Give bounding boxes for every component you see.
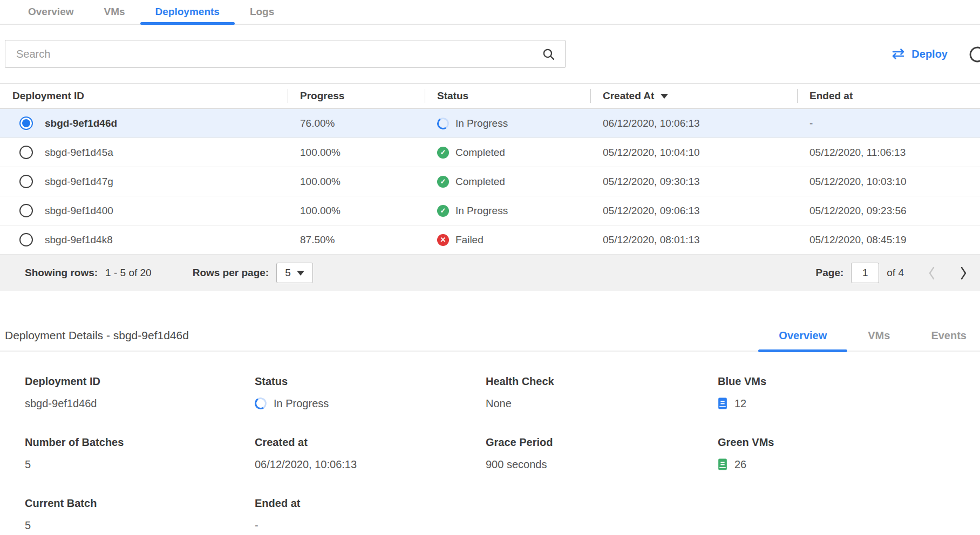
table-row[interactable]: sbgd-9ef1d47g 100.00% Completed 05/12/20… bbox=[0, 167, 980, 196]
progress-value: 100.00% bbox=[288, 147, 425, 159]
table-row[interactable]: sbgd-9ef1d46d 76.00% In Progress 06/12/2… bbox=[0, 109, 980, 138]
deploy-button[interactable]: Deploy bbox=[888, 47, 951, 61]
deployment-details-section: Deployment Details - sbgd-9ef1d46d Overv… bbox=[0, 320, 980, 532]
tab-label: Overview bbox=[28, 6, 74, 18]
tab-label: Logs bbox=[250, 6, 274, 18]
tab-label: Deployments bbox=[155, 6, 220, 18]
progress-value: 87.50% bbox=[288, 234, 425, 246]
detail-field-ended-at: Ended at - bbox=[255, 497, 486, 532]
status-text: In Progress bbox=[455, 118, 508, 129]
status-spinner-icon bbox=[436, 116, 450, 130]
ended-at-value: 05/12/2020, 09:23:56 bbox=[797, 205, 980, 217]
deployment-id: sbgd-9ef1d46d bbox=[45, 118, 117, 129]
deployment-id: sbgd-9ef1d45a bbox=[45, 147, 113, 159]
details-tab-events[interactable]: Events bbox=[910, 320, 980, 351]
deploy-swap-icon bbox=[891, 48, 906, 60]
details-header: Deployment Details - sbgd-9ef1d46d Overv… bbox=[0, 320, 980, 352]
ended-at-value: - bbox=[255, 519, 258, 532]
ended-at-value: 05/12/2020, 11:06:13 bbox=[797, 147, 980, 159]
details-tab-bar: Overview VMs Events bbox=[758, 320, 980, 351]
created-at-value: 05/12/2020, 08:01:13 bbox=[590, 234, 797, 246]
number-of-batches-value: 5 bbox=[25, 458, 31, 471]
status-check-icon bbox=[437, 205, 449, 217]
status-text: Completed bbox=[455, 176, 505, 188]
rows-per-page-label: Rows per page: bbox=[193, 267, 269, 279]
deployment-id-value: sbgd-9ef1d46d bbox=[25, 397, 97, 410]
tab-vms[interactable]: VMs bbox=[89, 0, 140, 24]
search-box bbox=[5, 40, 566, 68]
column-header-deployment-id[interactable]: Deployment ID bbox=[0, 84, 288, 108]
detail-field-number-of-batches: Number of Batches 5 bbox=[25, 436, 255, 471]
row-radio-button[interactable] bbox=[19, 146, 33, 159]
status-text: Failed bbox=[455, 234, 484, 246]
row-radio-button[interactable] bbox=[19, 204, 33, 217]
deploy-button-label: Deploy bbox=[911, 48, 948, 60]
table-row[interactable]: sbgd-9ef1d45a 100.00% Completed 05/12/20… bbox=[0, 138, 980, 167]
previous-page-button[interactable] bbox=[928, 266, 936, 280]
ended-at-value: 05/12/2020, 08:45:19 bbox=[797, 234, 980, 246]
showing-rows-label: Showing rows: bbox=[25, 267, 98, 279]
created-at-value: 06/12/2020, 10:06:13 bbox=[590, 118, 797, 129]
rows-per-page-select[interactable]: 5 bbox=[276, 263, 313, 283]
main-tab-bar: Overview VMs Deployments Logs bbox=[0, 0, 980, 25]
progress-value: 100.00% bbox=[288, 176, 425, 188]
status-check-icon bbox=[437, 176, 449, 188]
detail-field-green-vms: Green VMs 26 bbox=[718, 436, 980, 471]
created-at-value: 06/12/2020, 10:06:13 bbox=[255, 458, 357, 471]
chevron-right-icon bbox=[959, 266, 968, 280]
status-error-icon bbox=[437, 234, 449, 246]
row-radio-button[interactable] bbox=[19, 175, 33, 188]
created-at-value: 05/12/2020, 09:30:13 bbox=[590, 176, 797, 188]
column-header-created-at[interactable]: Created At bbox=[590, 84, 797, 108]
page-input[interactable] bbox=[851, 263, 879, 283]
next-page-button[interactable] bbox=[959, 266, 968, 280]
details-title: Deployment Details - sbgd-9ef1d46d bbox=[5, 329, 189, 342]
column-header-ended-at[interactable]: Ended at bbox=[797, 84, 980, 108]
blue-vms-count: 12 bbox=[734, 397, 746, 410]
status-text: In Progress bbox=[455, 205, 508, 217]
tab-deployments[interactable]: Deployments bbox=[140, 0, 235, 24]
ended-at-value: 05/12/2020, 10:03:10 bbox=[797, 176, 980, 188]
deployment-id: sbgd-9ef1d400 bbox=[45, 205, 113, 217]
created-at-value: 05/12/2020, 10:04:10 bbox=[590, 147, 797, 159]
details-tab-overview[interactable]: Overview bbox=[758, 320, 847, 351]
tab-label: VMs bbox=[104, 6, 125, 18]
tab-logs[interactable]: Logs bbox=[235, 0, 289, 24]
rows-per-page-value: 5 bbox=[285, 267, 291, 279]
created-at-value: 05/12/2020, 09:06:13 bbox=[590, 205, 797, 217]
detail-field-deployment-id: Deployment ID sbgd-9ef1d46d bbox=[25, 375, 255, 410]
column-header-progress[interactable]: Progress bbox=[288, 84, 425, 108]
pager: Page: of 4 bbox=[816, 263, 968, 283]
row-radio-button[interactable] bbox=[19, 116, 33, 130]
table-row[interactable]: sbgd-9ef1d400 100.00% In Progress 05/12/… bbox=[0, 196, 980, 225]
deployment-id: sbgd-9ef1d4k8 bbox=[45, 234, 113, 246]
chevron-down-icon bbox=[297, 271, 304, 276]
tab-overview[interactable]: Overview bbox=[13, 0, 89, 24]
detail-field-status: Status In Progress bbox=[255, 375, 486, 410]
grace-period-value: 900 seconds bbox=[486, 458, 547, 471]
page-label: Page: bbox=[816, 267, 844, 279]
detail-field-blue-vms: Blue VMs 12 bbox=[718, 375, 980, 410]
column-header-status[interactable]: Status bbox=[425, 84, 590, 108]
chevron-left-icon bbox=[928, 266, 936, 280]
details-tab-vms[interactable]: VMs bbox=[847, 320, 910, 351]
status-check-icon bbox=[437, 147, 449, 159]
deployment-id: sbgd-9ef1d47g bbox=[45, 176, 113, 188]
table-footer: Showing rows: 1 - 5 of 20 Rows per page:… bbox=[0, 255, 980, 291]
showing-rows-value: 1 - 5 of 20 bbox=[105, 267, 152, 279]
blue-vm-icon bbox=[718, 397, 727, 409]
deployments-table: Deployment ID Progress Status Created At… bbox=[0, 83, 980, 291]
table-row[interactable]: sbgd-9ef1d4k8 87.50% Failed 05/12/2020, … bbox=[0, 225, 980, 255]
detail-field-current-batch: Current Batch 5 bbox=[25, 497, 255, 532]
details-grid: Deployment ID sbgd-9ef1d46d Status In Pr… bbox=[0, 375, 980, 532]
search-input[interactable] bbox=[15, 47, 542, 61]
sort-descending-icon[interactable] bbox=[661, 94, 668, 99]
detail-field-created-at: Created at 06/12/2020, 10:06:13 bbox=[255, 436, 486, 471]
status-text: Completed bbox=[455, 147, 505, 159]
toolbar: Deploy bbox=[0, 40, 980, 68]
refresh-icon[interactable] bbox=[968, 45, 980, 67]
green-vm-icon bbox=[718, 458, 727, 470]
row-radio-button[interactable] bbox=[19, 233, 33, 246]
status-spinner-icon bbox=[254, 396, 268, 410]
progress-value: 76.00% bbox=[288, 118, 425, 129]
